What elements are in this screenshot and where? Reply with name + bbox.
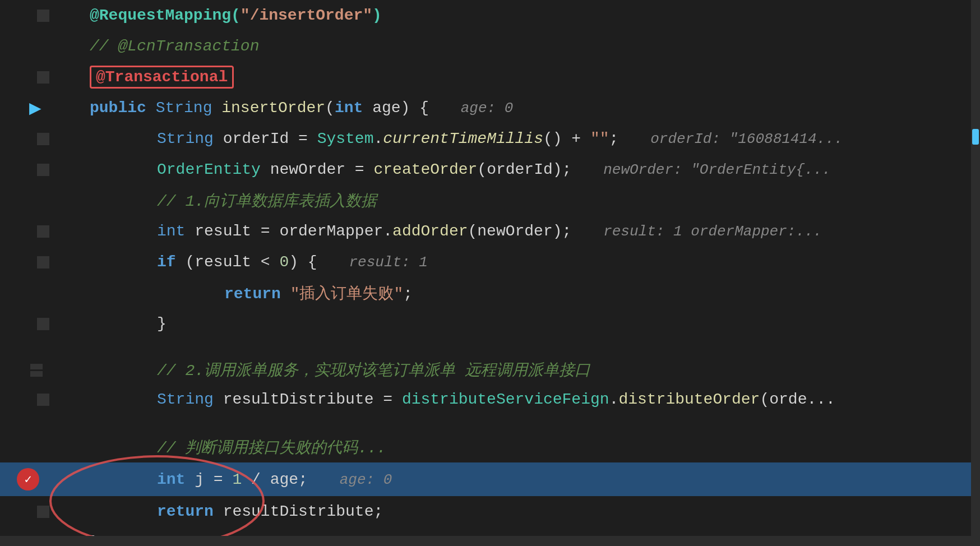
age-debug-15: age: 0 xyxy=(340,471,392,488)
one-number: 1 xyxy=(232,471,242,488)
gutter-1 xyxy=(11,10,56,22)
gutter-square-16 xyxy=(37,506,49,518)
gutter-square-6 xyxy=(37,164,49,176)
gutter-square-8 xyxy=(37,225,49,238)
comment-2-text: // 2.调用派单服务，实现对该笔订单派单 远程调用派单接口 xyxy=(157,362,590,380)
distribute-args: (orde... xyxy=(760,391,835,408)
small-squares-12 xyxy=(30,364,49,377)
line-content-8: int result = orderMapper.addOrder(newOrd… xyxy=(56,216,980,247)
gutter-square-9 xyxy=(37,256,49,269)
annotation-span: @RequestMapping("/insertOrder") xyxy=(90,7,382,24)
insert-order-method-name: insertOrder xyxy=(221,99,325,117)
transactional-container: @Transactional xyxy=(90,66,234,89)
code-editor: @RequestMapping("/insertOrder") // @LcnT… xyxy=(0,0,980,546)
line-content-14: // 判断调用接口失败的代码... xyxy=(56,432,980,462)
string-type-13: String xyxy=(157,391,223,408)
comment-3: // 判断调用接口失败的代码... xyxy=(157,437,386,458)
insert-order-method-sig: public String insertOrder(int age) { age… xyxy=(90,99,513,117)
scrollbar-thumb[interactable] xyxy=(972,129,979,145)
int-type-8: int xyxy=(157,223,195,240)
j-assign: j = xyxy=(195,471,232,488)
code-line-7[interactable]: // 1.向订单数据库表插入数据 xyxy=(0,185,980,216)
comment-2: // 2.调用派单服务，实现对该笔订单派单 远程调用派单接口 xyxy=(157,359,590,381)
result-debug-9: result: 1 xyxy=(349,254,427,271)
code-line-9[interactable]: if (result < 0) { result: 1 xyxy=(0,247,980,277)
result-distribute-return: resultDistribute; xyxy=(223,503,383,520)
line-content-4: public String insertOrder(int age) { age… xyxy=(56,92,980,123)
new-order-debug: newOrder: "OrderEntity{... xyxy=(603,161,831,178)
code-lines: @RequestMapping("/insertOrder") // @LcnT… xyxy=(0,0,980,546)
gutter-6 xyxy=(11,164,56,176)
gutter-13 xyxy=(11,394,56,406)
code-line-15[interactable]: ✓ int j = 1 / age; age: 0 xyxy=(0,462,980,496)
result-debug: result: 1 orderMapper:... xyxy=(603,223,822,240)
code-line-16[interactable]: return resultDistribute; xyxy=(0,496,980,527)
line-content-10: return "插入订单失败"; xyxy=(56,277,980,308)
dot-13: . xyxy=(609,391,619,408)
public-keyword: public xyxy=(90,99,156,117)
comment-1: // 1.向订单数据库表插入数据 xyxy=(157,190,377,211)
code-line-14[interactable]: // 判断调用接口失败的代码... xyxy=(0,432,980,462)
age-debug-value: age: 0 xyxy=(461,100,514,117)
paren-open: ( xyxy=(325,99,335,117)
code-line-4[interactable]: ▶ public String insertOrder(int age) { a… xyxy=(0,92,980,123)
gutter-square-11 xyxy=(37,318,49,330)
string-type-5: String xyxy=(157,130,223,147)
zero-number: 0 xyxy=(279,253,289,271)
create-order-method: createOrder xyxy=(373,161,477,178)
code-line-empty2 xyxy=(0,415,980,432)
gutter-square-13 xyxy=(37,394,49,406)
sq-bottom xyxy=(30,371,43,377)
line-content-9: if (result < 0) { result: 1 xyxy=(56,247,980,277)
order-id-assign: orderId = xyxy=(223,130,317,147)
line-content-12: // 2.调用派单服务，实现对该笔订单派单 远程调用派单接口 xyxy=(56,355,980,386)
code-line-5[interactable]: String orderId = System.currentTimeMilli… xyxy=(0,123,980,154)
lcn-comment-text: // @LcnTransaction xyxy=(90,38,259,55)
age-param: age) { xyxy=(372,99,438,117)
bottom-scrollbar[interactable] xyxy=(0,536,980,546)
code-line-10[interactable]: return "插入订单失败"; xyxy=(0,277,980,308)
comment-lcn: // @LcnTransaction xyxy=(90,38,259,55)
current-time-millis: currentTimeMillis xyxy=(383,130,543,147)
code-line-2[interactable]: // @LcnTransaction xyxy=(0,31,980,62)
result-distribute-statement: String resultDistribute = distributeServ… xyxy=(157,391,835,408)
code-line-3[interactable]: @Transactional xyxy=(0,62,980,92)
new-order-statement: OrderEntity newOrder = createOrder(order… xyxy=(157,161,831,178)
gutter-5 xyxy=(11,133,56,145)
millis-rest: () + xyxy=(543,130,590,147)
code-line-1[interactable]: @RequestMapping("/insertOrder") xyxy=(0,0,980,31)
order-id-debug: orderId: "160881414... xyxy=(650,131,843,147)
gutter-square-5 xyxy=(37,133,49,145)
line-content-3: @Transactional xyxy=(56,62,980,92)
if-statement: if (result < 0) { result: 1 xyxy=(157,253,428,271)
line-content-15: int j = 1 / age; age: 0 xyxy=(56,464,980,495)
code-line-12[interactable]: // 2.调用派单服务，实现对该笔订单派单 远程调用派单接口 xyxy=(0,356,980,384)
line-content-6: OrderEntity newOrder = createOrder(order… xyxy=(56,154,980,185)
gutter-3 xyxy=(11,71,56,84)
line-content-16: return resultDistribute; xyxy=(56,496,980,527)
return-distribute-statement: return resultDistribute; xyxy=(157,503,383,520)
gutter-8 xyxy=(11,225,56,238)
semi-10: ; xyxy=(403,285,413,303)
return-keyword-16: return xyxy=(157,503,223,520)
int-keyword: int xyxy=(335,99,372,117)
if-keyword: if xyxy=(157,253,185,271)
if-cond: (result < xyxy=(185,253,279,271)
gutter-9 xyxy=(11,256,56,269)
distribute-order-method: distributeOrder xyxy=(618,391,760,408)
gutter-square-1 xyxy=(37,10,49,22)
sq-top xyxy=(30,364,43,369)
scrollbar[interactable] xyxy=(971,0,980,546)
gutter-square-3 xyxy=(37,71,49,84)
line-content-5: String orderId = System.currentTimeMilli… xyxy=(56,123,980,154)
order-entity-type: OrderEntity xyxy=(157,161,270,178)
comment-3-text: // 判断调用接口失败的代码... xyxy=(157,439,386,457)
close-brace-11: } xyxy=(157,315,167,332)
create-order-args: (orderId); xyxy=(477,161,571,178)
result-assign: result = orderMapper. xyxy=(195,223,392,240)
close-brace-text-11: } xyxy=(157,315,167,332)
add-order-args: (newOrder); xyxy=(468,223,572,240)
code-line-6[interactable]: OrderEntity newOrder = createOrder(order… xyxy=(0,154,980,185)
request-mapping-annotation: @RequestMapping("/insertOrder") xyxy=(90,7,382,24)
code-line-8[interactable]: int result = orderMapper.addOrder(newOrd… xyxy=(0,216,980,247)
